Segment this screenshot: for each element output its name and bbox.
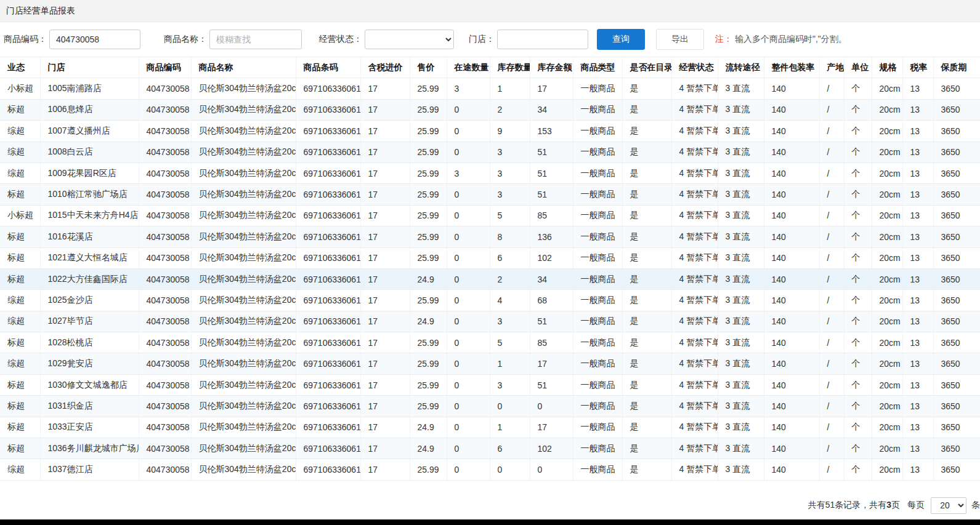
column-header: 商品条码: [296, 57, 360, 78]
table-cell: 是: [622, 121, 671, 142]
table-cell: 17: [360, 99, 410, 120]
table-cell: 贝伦斯304勃兰特汤盆20cm: [191, 374, 296, 395]
table-row[interactable]: 标超1010榕江常驰广场店404730058贝伦斯304勃兰特汤盆20cm697…: [0, 184, 980, 205]
table-cell: 3650: [933, 396, 980, 417]
table-cell: 404730058: [139, 332, 191, 353]
export-button[interactable]: 导出: [656, 29, 704, 50]
query-button[interactable]: 查询: [597, 29, 645, 50]
product-code-input[interactable]: [49, 30, 140, 49]
table-cell: 6971063360612: [296, 226, 360, 247]
table-cell: 1022大方佳鑫国际店: [40, 268, 139, 289]
column-header: 保质期: [933, 57, 980, 78]
table-cell: 3 直流: [718, 459, 764, 480]
table-cell: 20cm: [872, 121, 902, 142]
table-cell: 13: [902, 142, 933, 162]
table-row[interactable]: 标超1006息烽店404730058贝伦斯304勃兰特汤盆20cm6971063…: [0, 99, 980, 120]
table-row[interactable]: 标超1028松桃店404730058贝伦斯304勃兰特汤盆20cm6971063…: [0, 332, 980, 353]
table-cell: 3650: [933, 121, 980, 142]
table-cell: 1010榕江常驰广场店: [40, 184, 139, 205]
table-cell: 贝伦斯304勃兰特汤盆20cm: [191, 142, 296, 162]
table-cell: 140: [764, 396, 819, 417]
table-row[interactable]: 标超1036务川麒龙城市广场店404730058贝伦斯304勃兰特汤盆20cm6…: [0, 438, 980, 459]
table-cell: 6971063360612: [296, 332, 360, 353]
table-row[interactable]: 综超1008白云店404730058贝伦斯304勃兰特汤盆20cm6971063…: [0, 142, 980, 162]
table-cell: 一般商品: [573, 417, 622, 438]
table-cell: 3 直流: [718, 121, 764, 142]
table-row[interactable]: 标超1030修文文城逸都店404730058贝伦斯304勃兰特汤盆20cm697…: [0, 374, 980, 395]
table-cell: 3 直流: [718, 438, 764, 459]
table-cell: 1008白云店: [40, 142, 139, 162]
per-page-select[interactable]: 20: [931, 497, 966, 514]
table-row[interactable]: 标超1033正安店404730058贝伦斯304勃兰特汤盆20cm6971063…: [0, 417, 980, 438]
table-cell: 1016花溪店: [40, 226, 139, 247]
table-cell: 6: [490, 247, 530, 268]
table-cell: 20cm: [872, 311, 902, 332]
table-cell: 20cm: [872, 332, 902, 353]
column-header: 经营状态: [671, 57, 718, 78]
table-cell: 140: [764, 184, 819, 205]
table-cell: 3650: [933, 353, 980, 374]
table-row[interactable]: 标超1031织金店404730058贝伦斯304勃兰特汤盆20cm6971063…: [0, 396, 980, 417]
table-row[interactable]: 综超1027毕节店404730058贝伦斯304勃兰特汤盆20cm6971063…: [0, 311, 980, 332]
table-cell: 贝伦斯304勃兰特汤盆20cm: [191, 459, 296, 480]
table-cell: 20cm: [872, 396, 902, 417]
table-cell: 4 暂禁下单: [671, 396, 718, 417]
table-cell: /: [819, 142, 844, 162]
table-cell: 3650: [933, 374, 980, 395]
table-cell: 是: [622, 438, 671, 459]
table-cell: 6971063360612: [296, 374, 360, 395]
column-header: 商品编码: [139, 57, 191, 78]
table-cell: 6971063360612: [296, 290, 360, 311]
table-cell: 1007遵义播州店: [40, 121, 139, 142]
table-cell: 3 直流: [718, 226, 764, 247]
product-name-input[interactable]: [209, 30, 302, 49]
table-cell: 3 直流: [718, 396, 764, 417]
table-cell: 140: [764, 268, 819, 289]
table-row[interactable]: 综超1029瓮安店404730058贝伦斯304勃兰特汤盆20cm6971063…: [0, 353, 980, 374]
table-cell: 0: [447, 184, 490, 205]
table-cell: 25.99: [410, 396, 447, 417]
table-row[interactable]: 标超1022大方佳鑫国际店404730058贝伦斯304勃兰特汤盆20cm697…: [0, 268, 980, 289]
table-cell: 4 暂禁下单: [671, 99, 718, 120]
table-cell: 3 直流: [718, 142, 764, 162]
table-cell: 404730058: [139, 78, 191, 99]
table-row[interactable]: 综超1009花果园R区店404730058贝伦斯304勃兰特汤盆20cm6971…: [0, 162, 980, 183]
table-row[interactable]: 小标超1015中天未来方舟H4店404730058贝伦斯304勃兰特汤盆20cm…: [0, 205, 980, 226]
operating-status-select[interactable]: [365, 30, 454, 49]
table-cell: 6971063360612: [296, 99, 360, 120]
table-cell: 4 暂禁下单: [671, 142, 718, 162]
record-count-text: 共有51条记录，共有3页: [808, 500, 900, 511]
store-input[interactable]: [497, 30, 588, 49]
table-row[interactable]: 综超1025金沙店404730058贝伦斯304勃兰特汤盆20cm6971063…: [0, 290, 980, 311]
table-cell: 85: [530, 332, 573, 353]
table-row[interactable]: 标超1021遵义大恒名城店404730058贝伦斯304勃兰特汤盆20cm697…: [0, 247, 980, 268]
table-row[interactable]: 综超1037德江店404730058贝伦斯304勃兰特汤盆20cm6971063…: [0, 459, 980, 480]
table-cell: 68: [530, 290, 573, 311]
table-cell: 1025金沙店: [40, 290, 139, 311]
column-header: 门店: [40, 57, 139, 78]
table-cell: 0: [447, 374, 490, 395]
table-cell: /: [819, 459, 844, 480]
table-cell: 140: [764, 205, 819, 226]
table-row[interactable]: 综超1007遵义播州店404730058贝伦斯304勃兰特汤盆20cm69710…: [0, 121, 980, 142]
table-cell: 25.99: [410, 374, 447, 395]
table-cell: /: [819, 247, 844, 268]
table-row[interactable]: 标超1016花溪店404730058贝伦斯304勃兰特汤盆20cm6971063…: [0, 226, 980, 247]
table-cell: 404730058: [139, 417, 191, 438]
table-cell: 是: [622, 332, 671, 353]
table-cell: 一般商品: [573, 353, 622, 374]
table-cell: 24.9: [410, 438, 447, 459]
table-cell: 1021遵义大恒名城店: [40, 247, 139, 268]
table-row[interactable]: 小标超1005南浦路店404730058贝伦斯304勃兰特汤盆20cm69710…: [0, 78, 980, 99]
table-cell: 综超: [0, 121, 40, 142]
table-cell: 3: [447, 78, 490, 99]
table-cell: 标超: [0, 184, 40, 205]
table-cell: 综超: [0, 162, 40, 183]
table-cell: 是: [622, 290, 671, 311]
table-cell: 13: [902, 374, 933, 395]
table-cell: 20cm: [872, 78, 902, 99]
table-cell: 个: [844, 438, 872, 459]
table-cell: 6971063360612: [296, 417, 360, 438]
table-cell: 3 直流: [718, 99, 764, 120]
table-cell: 标超: [0, 268, 40, 289]
